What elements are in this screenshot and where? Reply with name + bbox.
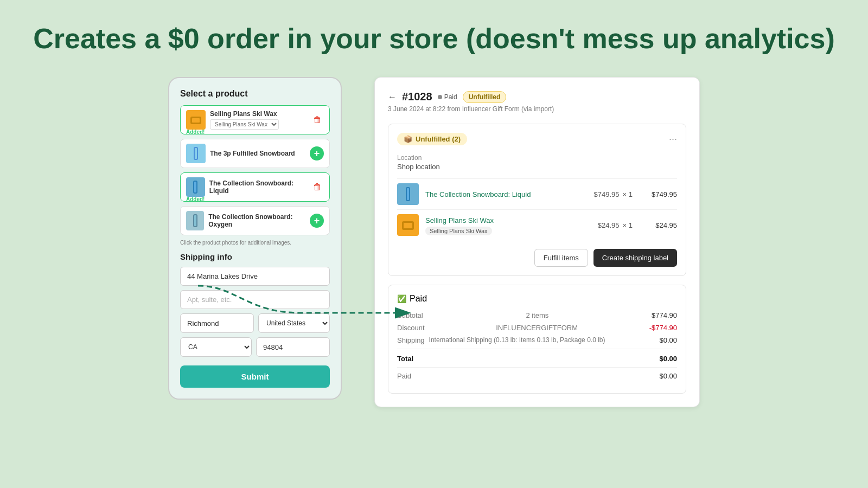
order-variant-wax: Selling Plans Ski Wax <box>425 227 492 235</box>
order-product-link-liquid[interactable]: The Collection Snowboard: Liquid <box>425 190 531 198</box>
product-variant-select-wax[interactable]: Selling Plans Ski Wax <box>210 119 279 130</box>
unfulfilled-badge: Unfulfilled <box>463 91 507 103</box>
location-value: Shop location <box>397 163 677 171</box>
svg-rect-3 <box>195 148 197 159</box>
select-product-title: Select a product <box>180 89 330 99</box>
paid-row-label: Paid <box>397 372 411 380</box>
product-name-wax: Selling Plans Ski Wax <box>210 110 279 118</box>
add-btn-snowboard[interactable]: + <box>310 146 324 160</box>
shipping-value: $0.00 <box>659 336 677 344</box>
svg-rect-5 <box>194 182 196 192</box>
more-options-button[interactable]: ··· <box>669 133 677 145</box>
order-total-wax: $24.95 <box>639 221 677 229</box>
paid-badge: Paid <box>438 93 457 101</box>
main-content: Select a product Selling Plans Ski Wax S… <box>0 66 868 418</box>
order-price-wax: $24.95 × 1 <box>598 221 633 229</box>
submit-button[interactable]: Submit <box>180 365 330 388</box>
shipping-label: Shipping <box>397 336 425 344</box>
total-row: Total $0.00 <box>397 349 677 363</box>
payment-header: ✅ Paid <box>397 294 677 304</box>
product-info-wax: Selling Plans Ski Wax Selling Plans Ski … <box>210 110 279 130</box>
product-img-snowboard <box>186 144 206 163</box>
unfulfilled-tag: 📦 Unfulfilled (2) <box>397 133 467 145</box>
state-select[interactable]: CA <box>180 337 252 357</box>
paid-row-value: $0.00 <box>659 372 677 380</box>
location-label: Location <box>397 154 677 162</box>
total-value: $0.00 <box>659 355 677 363</box>
order-panel: ← #1028 Paid Unfulfilled 3 June 2024 at … <box>374 77 700 407</box>
product-item-wax: Selling Plans Ski Wax Selling Plans Ski … <box>180 105 330 134</box>
order-meta: 3 June 2024 at 8:22 from Influencer Gift… <box>388 105 686 113</box>
product-img-oxygen <box>186 211 204 230</box>
order-total-liquid: $749.95 <box>639 190 677 198</box>
create-shipping-label-button[interactable]: Create shipping label <box>593 249 677 267</box>
product-img-wax <box>186 110 206 130</box>
shipping-row: Shipping International Shipping (0.13 lb… <box>397 336 677 344</box>
order-thumb-liquid <box>397 183 419 205</box>
product-left-snowboard: The 3p Fulfilled Snowboard <box>186 144 310 163</box>
product-name-liquid: The Collection Snowboard: Liquid <box>209 179 311 195</box>
remove-btn-liquid[interactable]: 🗑 <box>311 181 324 194</box>
photo-hint: Click the product photos for additional … <box>180 240 330 246</box>
order-product-link-wax[interactable]: Selling Plans Ski Wax <box>425 216 494 224</box>
product-left-oxygen: The Collection Snowboard: Oxygen <box>186 211 310 230</box>
order-price-liquid: $749.95 × 1 <box>594 190 633 198</box>
shipping-title: Shipping info <box>180 252 330 261</box>
add-btn-oxygen[interactable]: + <box>310 214 324 228</box>
svg-rect-12 <box>404 223 412 228</box>
tag-icon: 📦 <box>404 135 412 143</box>
subtotal-row: Subtotal 2 items $774.90 <box>397 311 677 319</box>
product-item-oxygen: The Collection Snowboard: Oxygen + <box>180 206 330 235</box>
product-name-oxygen: The Collection Snowboard: Oxygen <box>208 213 310 228</box>
discount-row: Discount INFLUENCERGIFTFORM -$774.90 <box>397 324 677 332</box>
order-number: #1028 <box>402 91 432 103</box>
state-zip-row: CA <box>180 337 330 357</box>
zip-input[interactable] <box>256 337 330 357</box>
product-item-snowboard: The 3p Fulfilled Snowboard + <box>180 139 330 168</box>
svg-rect-10 <box>407 188 409 200</box>
dashed-arrow <box>193 275 420 329</box>
discount-value: -$774.90 <box>649 324 677 332</box>
product-item-liquid: The Collection Snowboard: Liquid 🗑 Added… <box>180 172 330 202</box>
paid-dot <box>438 95 442 99</box>
subtotal-value: $774.90 <box>652 311 677 319</box>
order-price-wax-unit: $24.95 <box>598 221 620 229</box>
fulfillment-badge-label: Unfulfilled (2) <box>416 135 461 143</box>
shipping-desc: International Shipping (0.13 lb: Items 0… <box>429 336 655 344</box>
added-label-wax: Added! <box>186 129 205 135</box>
order-product-info-wax: Selling Plans Ski Wax Selling Plans Ski … <box>425 215 591 235</box>
fulfillment-section: 📦 Unfulfilled (2) ··· Location Shop loca… <box>388 124 686 276</box>
total-label: Total <box>397 355 413 363</box>
paid-label: Paid <box>444 93 457 101</box>
product-img-liquid <box>186 177 205 197</box>
order-qty-wax: × 1 <box>623 221 633 229</box>
remove-btn-wax[interactable]: 🗑 <box>311 113 324 126</box>
order-product-liquid: The Collection Snowboard: Liquid $749.95… <box>397 178 677 209</box>
product-name-snowboard: The 3p Fulfilled Snowboard <box>210 150 295 157</box>
fulfillment-actions: Fulfill items Create shipping label <box>397 249 677 267</box>
fulfill-items-button[interactable]: Fulfill items <box>534 249 588 267</box>
discount-code: INFLUENCERGIFTFORM <box>496 324 578 332</box>
order-product-wax: Selling Plans Ski Wax Selling Plans Ski … <box>397 209 677 240</box>
order-price-liquid-unit: $749.95 <box>594 190 620 198</box>
headline: Creates a $0 order in your store (doesn'… <box>0 0 868 66</box>
product-left-wax: Selling Plans Ski Wax Selling Plans Ski … <box>186 110 311 130</box>
paid-row: Paid $0.00 <box>397 367 677 380</box>
subtotal-qty: 2 items <box>526 311 548 319</box>
back-button[interactable]: ← <box>388 92 397 102</box>
form-panel: Select a product Selling Plans Ski Wax S… <box>168 77 342 400</box>
order-qty-liquid: × 1 <box>623 190 633 198</box>
order-product-info-liquid: The Collection Snowboard: Liquid <box>425 189 588 199</box>
order-thumb-wax <box>397 214 419 236</box>
product-left-liquid: The Collection Snowboard: Liquid <box>186 177 311 197</box>
order-header: ← #1028 Paid Unfulfilled <box>388 91 686 103</box>
svg-rect-1 <box>192 118 200 123</box>
added-label-liquid: Added! <box>186 196 205 202</box>
svg-rect-7 <box>194 215 196 226</box>
fulfillment-header: 📦 Unfulfilled (2) ··· <box>397 133 677 145</box>
payment-section: ✅ Paid Subtotal 2 items $774.90 Discount… <box>388 285 686 394</box>
